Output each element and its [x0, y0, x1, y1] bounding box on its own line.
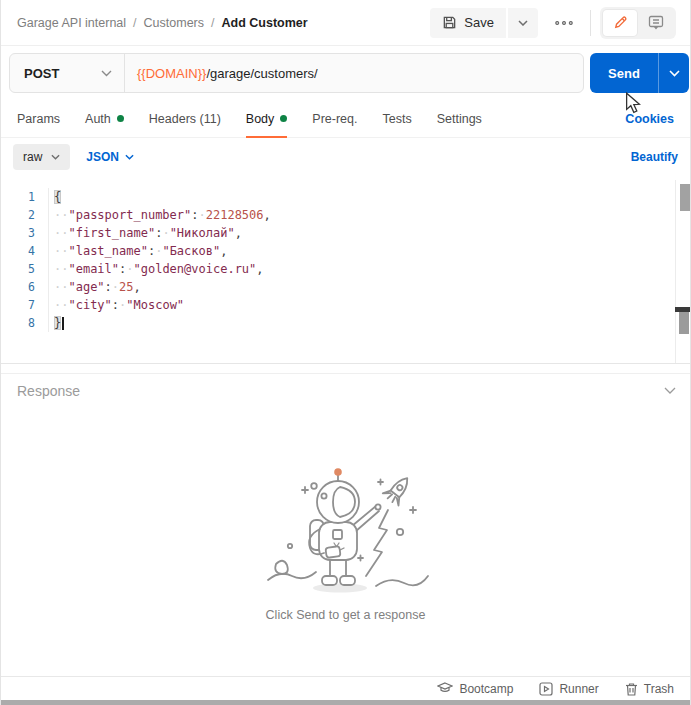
code-token: :	[191, 208, 198, 222]
status-dot-icon	[117, 115, 124, 122]
chevron-down-icon[interactable]	[664, 387, 676, 395]
code-token: ··	[54, 208, 68, 222]
url-variable: {{DOMAIN}}	[137, 66, 206, 81]
tab-pre-req[interactable]: Pre-req.	[312, 100, 357, 137]
header-divider	[590, 10, 591, 36]
footer-item-trash[interactable]: Trash	[625, 682, 674, 696]
bootcamp-icon	[437, 682, 453, 695]
tab-tests[interactable]: Tests	[382, 100, 411, 137]
line-content: ··"first_name":·"Николай",	[49, 224, 242, 242]
code-token: ··	[54, 244, 68, 258]
editor-line[interactable]: 3··"first_name":·"Николай",	[1, 224, 690, 242]
tab-label: Auth	[85, 112, 111, 126]
save-options-button[interactable]	[508, 8, 538, 38]
send-options-button[interactable]	[658, 53, 689, 93]
save-button-group: Save	[430, 8, 538, 38]
comments-button[interactable]	[639, 10, 673, 36]
more-options-button[interactable]	[547, 8, 581, 38]
method-select[interactable]: POST	[10, 54, 124, 92]
pencil-icon	[613, 15, 628, 30]
pane-scrollbar-thumb[interactable]	[679, 312, 689, 334]
chevron-down-icon	[669, 70, 680, 77]
header: Garage API internal/Customers/Add Custom…	[1, 0, 690, 46]
line-number: 1	[1, 188, 49, 206]
code-token: ·	[162, 226, 169, 240]
url-input[interactable]: {{DOMAIN}}/garage/customers/	[125, 66, 330, 81]
save-button[interactable]: Save	[430, 8, 506, 38]
tab-headers-11[interactable]: Headers (11)	[149, 100, 221, 137]
code-token: "age"	[68, 280, 104, 294]
code-token: ,	[264, 208, 271, 222]
line-content: ··"last_name":·"Басков",	[49, 242, 227, 260]
comment-icon	[648, 15, 664, 30]
line-number: 4	[1, 242, 49, 260]
chevron-down-icon	[518, 20, 528, 26]
method-label: POST	[24, 66, 59, 81]
runner-icon	[539, 682, 553, 696]
editor-line[interactable]: 8}	[1, 314, 690, 332]
breadcrumb-item[interactable]: Add Customer	[222, 16, 308, 30]
trash-icon	[625, 682, 638, 696]
code-token: ··	[54, 226, 68, 240]
editor-scrollbar-thumb[interactable]	[680, 184, 690, 211]
breadcrumb-separator: /	[133, 16, 136, 30]
body-format-label: raw	[23, 150, 42, 164]
send-button[interactable]: Send	[590, 53, 689, 93]
line-content: {	[49, 188, 61, 206]
tab-params[interactable]: Params	[17, 100, 60, 137]
line-number: 5	[1, 260, 49, 278]
editor-line[interactable]: 1{	[1, 188, 690, 206]
save-button-label: Save	[464, 15, 494, 30]
line-number: 3	[1, 224, 49, 242]
response-empty-state: Click Send to get a response	[1, 408, 690, 622]
code-token: "Moscow"	[126, 298, 184, 312]
footer-item-runner[interactable]: Runner	[539, 682, 598, 696]
code-token: :	[112, 298, 119, 312]
code-token: {	[54, 190, 61, 204]
language-label: JSON	[86, 150, 119, 164]
editor-line[interactable]: 4··"last_name":·"Басков",	[1, 242, 690, 260]
code-token: "first_name"	[68, 226, 155, 240]
tab-label: Pre-req.	[312, 112, 357, 126]
editor-line[interactable]: 5··"email":·"golden@voice.ru",	[1, 260, 690, 278]
beautify-link[interactable]: Beautify	[631, 150, 678, 164]
header-actions: Save	[430, 7, 676, 39]
url-path: /garage/customers/	[206, 66, 317, 81]
line-content: ··"passport_number":·22128506,	[49, 206, 271, 224]
code-token: }	[54, 316, 61, 330]
line-number: 7	[1, 296, 49, 314]
code-token: ,	[256, 262, 263, 276]
footer-item-bootcamp[interactable]: Bootcamp	[437, 682, 513, 696]
more-options-icon	[555, 21, 573, 25]
code-token: ·	[199, 208, 206, 222]
tab-auth[interactable]: Auth	[85, 100, 124, 137]
editor-line[interactable]: 7··"city":·"Moscow"	[1, 296, 690, 314]
tab-body[interactable]: Body	[246, 100, 288, 137]
body-format-select[interactable]: raw	[13, 144, 70, 170]
body-code-editor[interactable]: 1{2··"passport_number":·22128506,3··"fir…	[1, 180, 690, 364]
footer-item-label: Runner	[559, 682, 598, 696]
response-section: Response	[1, 373, 690, 673]
tab-label: Settings	[437, 112, 482, 126]
postman-request-window: Garage API internal/Customers/Add Custom…	[0, 0, 691, 705]
edit-documentation-button[interactable]	[603, 10, 637, 36]
cookies-link[interactable]: Cookies	[625, 112, 674, 126]
breadcrumb-item[interactable]: Garage API internal	[17, 16, 126, 30]
chevron-down-icon	[101, 70, 112, 77]
code-token: 22128506	[206, 208, 264, 222]
language-select[interactable]: JSON	[86, 150, 134, 164]
request-tabs: ParamsAuthHeaders (11)BodyPre-req.TestsS…	[1, 100, 690, 138]
code-token: ··	[54, 262, 68, 276]
editor-line[interactable]: 6··"age":·25,	[1, 278, 690, 296]
editor-line[interactable]: 2··"passport_number":·22128506,	[1, 206, 690, 224]
tab-label: Tests	[382, 112, 411, 126]
tab-settings[interactable]: Settings	[437, 100, 482, 137]
line-content: ··"age":·25,	[49, 278, 141, 296]
breadcrumb-item[interactable]: Customers	[144, 16, 204, 30]
line-number: 2	[1, 206, 49, 224]
response-title: Response	[17, 383, 80, 399]
chevron-down-icon	[51, 154, 60, 160]
code-token: ,	[134, 280, 141, 294]
footer-item-label: Bootcamp	[459, 682, 513, 696]
doc-comment-toggle-group	[600, 7, 676, 39]
